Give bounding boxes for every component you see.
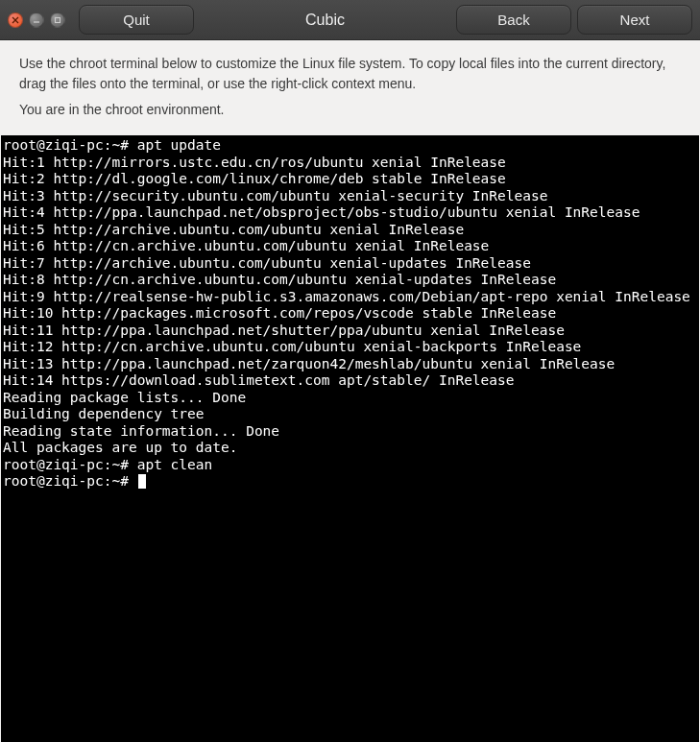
terminal-line: All packages are up to date. bbox=[3, 440, 697, 457]
terminal-line: Hit:9 http://realsense-hw-public.s3.amaz… bbox=[3, 289, 697, 306]
terminal-line: Hit:3 http://security.ubuntu.com/ubuntu … bbox=[3, 188, 697, 205]
nav-buttons: Back Next bbox=[456, 5, 692, 35]
back-button[interactable]: Back bbox=[456, 5, 571, 35]
terminal[interactable]: root@ziqi-pc:~# apt updateHit:1 http://m… bbox=[1, 135, 699, 742]
terminal-line: Hit:14 https://download.sublimetext.com … bbox=[3, 372, 697, 390]
terminal-line: Hit:8 http://cn.archive.ubuntu.com/ubunt… bbox=[3, 272, 697, 289]
terminal-cursor bbox=[138, 474, 146, 489]
terminal-line: Hit:12 http://cn.archive.ubuntu.com/ubun… bbox=[3, 339, 697, 356]
terminal-line: Building dependency tree bbox=[3, 406, 697, 423]
terminal-line: Reading package lists... Done bbox=[3, 390, 697, 407]
close-icon[interactable] bbox=[8, 12, 23, 28]
terminal-line: root@ziqi-pc:~# bbox=[3, 473, 697, 491]
terminal-line: Hit:13 http://ppa.launchpad.net/zarquon4… bbox=[3, 356, 697, 373]
terminal-line: Hit:5 http://archive.ubuntu.com/ubuntu x… bbox=[3, 222, 697, 239]
terminal-line: Hit:10 http://packages.microsoft.com/rep… bbox=[3, 305, 697, 323]
titlebar: Quit Cubic Back Next bbox=[0, 0, 700, 40]
window-controls bbox=[8, 12, 65, 28]
window-title: Cubic bbox=[200, 12, 450, 29]
info-text-1: Use the chroot terminal below to customi… bbox=[19, 54, 681, 94]
terminal-line: Hit:4 http://ppa.launchpad.net/obsprojec… bbox=[3, 204, 697, 222]
info-area: Use the chroot terminal below to customi… bbox=[0, 40, 700, 135]
terminal-line: Reading state information... Done bbox=[3, 423, 697, 441]
next-button[interactable]: Next bbox=[577, 5, 692, 35]
terminal-line: Hit:11 http://ppa.launchpad.net/shutter/… bbox=[3, 323, 697, 340]
info-text-2: You are in the chroot environment. bbox=[19, 100, 681, 120]
maximize-icon[interactable] bbox=[50, 12, 65, 28]
terminal-line: Hit:7 http://archive.ubuntu.com/ubuntu x… bbox=[3, 255, 697, 273]
terminal-line: root@ziqi-pc:~# apt clean bbox=[3, 457, 697, 474]
terminal-line: Hit:6 http://cn.archive.ubuntu.com/ubunt… bbox=[3, 238, 697, 255]
terminal-line: Hit:2 http://dl.google.com/linux/chrome/… bbox=[3, 171, 697, 188]
minimize-icon[interactable] bbox=[29, 12, 44, 28]
terminal-line: root@ziqi-pc:~# apt update bbox=[3, 137, 697, 155]
svg-rect-3 bbox=[56, 17, 60, 22]
quit-button[interactable]: Quit bbox=[79, 5, 194, 35]
terminal-line: Hit:1 http://mirrors.ustc.edu.cn/ros/ubu… bbox=[3, 155, 697, 172]
